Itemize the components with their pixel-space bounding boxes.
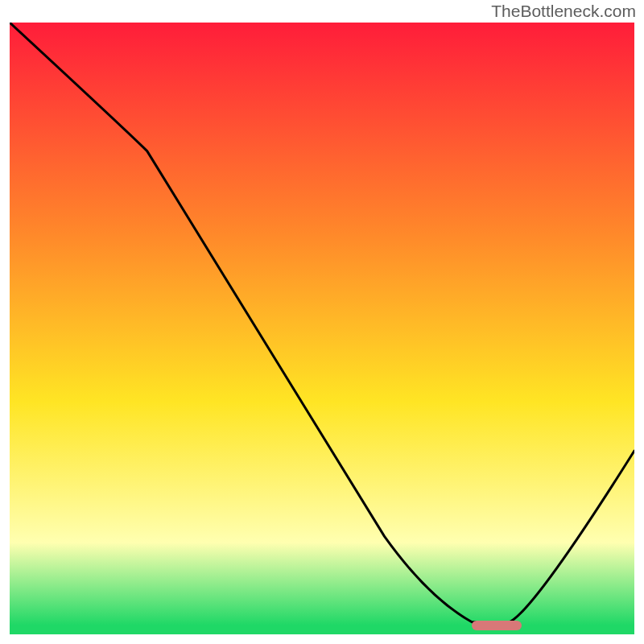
bottleneck-curve [10,23,634,634]
watermark-text: TheBottleneck.com [491,2,636,21]
optimal-marker [472,621,522,630]
plot-area [10,23,634,634]
